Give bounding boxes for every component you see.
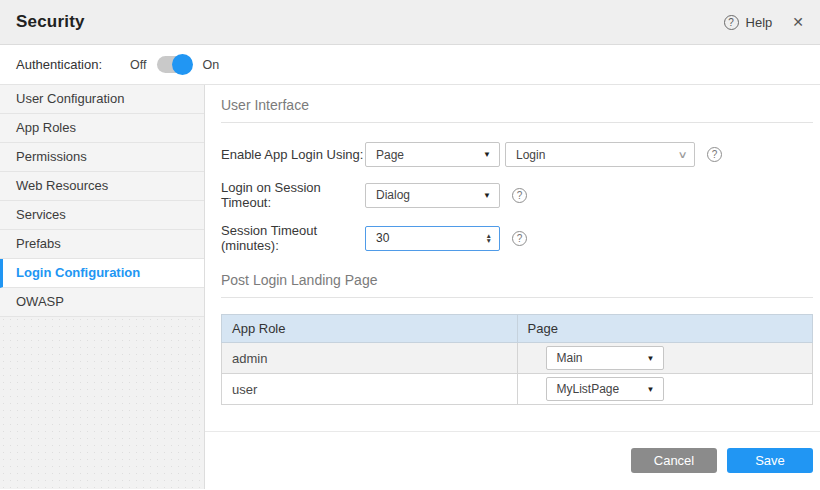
toggle-knob <box>172 54 193 75</box>
sidebar-item-owasp[interactable]: OWASP <box>0 288 204 317</box>
login-configuration-panel: User Interface Enable App Login Using: P… <box>205 85 820 489</box>
section-title-post-login: Post Login Landing Page <box>221 272 813 288</box>
sidebar-item-permissions[interactable]: Permissions <box>0 143 204 172</box>
close-icon[interactable]: ✕ <box>792 14 804 30</box>
help-icon[interactable]: ? <box>512 231 527 246</box>
section-divider <box>221 122 813 123</box>
login-page-value: Login <box>516 148 545 162</box>
login-type-value: Page <box>376 148 404 162</box>
column-header-app-role: App Role <box>222 315 518 343</box>
authentication-toggle[interactable] <box>157 56 191 73</box>
dropdown-arrow-icon: ▼ <box>483 150 491 159</box>
landing-page-value: Main <box>557 351 583 365</box>
timeout-mode-value: Dialog <box>376 188 410 202</box>
sidebar-item-prefabs[interactable]: Prefabs <box>0 230 204 259</box>
stepper-down-icon[interactable]: ▼ <box>486 238 492 244</box>
sidebar-item-user-configuration[interactable]: User Configuration <box>0 85 204 114</box>
login-on-timeout-label: Login on Session Timeout: <box>221 180 365 210</box>
login-on-timeout-row: Login on Session Timeout: Dialog ▼ ? <box>221 180 813 210</box>
page-title: Security <box>16 12 85 32</box>
sidebar-item-services[interactable]: Services <box>0 201 204 230</box>
section-divider <box>221 297 813 298</box>
help-icon[interactable]: ? <box>512 188 527 203</box>
cancel-button[interactable]: Cancel <box>631 448 717 473</box>
titlebar: Security ? Help ✕ <box>0 0 820 45</box>
timeout-mode-select[interactable]: Dialog ▼ <box>365 183 500 208</box>
titlebar-actions: ? Help ✕ <box>724 14 804 30</box>
session-timeout-value: 30 <box>376 231 389 245</box>
table-header-row: App Role Page <box>222 315 813 343</box>
authentication-row: Authentication: Off On <box>0 45 820 85</box>
chevron-down-icon: ∨ <box>677 149 687 160</box>
action-footer: Cancel Save <box>205 431 820 489</box>
help-link[interactable]: Help <box>746 15 773 30</box>
table-row: user MyListPage ▼ <box>222 374 813 405</box>
enable-app-login-row: Enable App Login Using: Page ▼ Login ∨ ? <box>221 142 813 167</box>
sidebar-item-web-resources[interactable]: Web Resources <box>0 172 204 201</box>
dropdown-arrow-icon: ▼ <box>647 354 655 363</box>
app-role-cell: admin <box>222 343 518 374</box>
sidebar-item-login-configuration[interactable]: Login Configuration <box>0 259 204 288</box>
number-stepper-icon[interactable]: ▲ ▼ <box>486 233 492 244</box>
help-icon[interactable]: ? <box>724 15 739 30</box>
session-timeout-input[interactable]: 30 ▲ ▼ <box>365 226 500 251</box>
sidebar-item-app-roles[interactable]: App Roles <box>0 114 204 143</box>
save-button[interactable]: Save <box>727 448 813 473</box>
sidebar: User Configuration App Roles Permissions… <box>0 85 205 489</box>
post-login-landing-table: App Role Page admin Main ▼ user <box>221 314 813 405</box>
login-type-select[interactable]: Page ▼ <box>365 142 500 167</box>
session-timeout-label: Session Timeout (minutes): <box>221 223 365 253</box>
column-header-page: Page <box>517 315 813 343</box>
toggle-off-label: Off <box>130 58 146 72</box>
dropdown-arrow-icon: ▼ <box>647 385 655 394</box>
page-cell: Main ▼ <box>517 343 813 374</box>
page-body: User Configuration App Roles Permissions… <box>0 85 820 489</box>
help-icon[interactable]: ? <box>707 147 722 162</box>
landing-page-select-admin[interactable]: Main ▼ <box>546 346 664 370</box>
app-role-cell: user <box>222 374 518 405</box>
table-row: admin Main ▼ <box>222 343 813 374</box>
landing-page-value: MyListPage <box>557 382 620 396</box>
enable-app-login-label: Enable App Login Using: <box>221 147 365 162</box>
page-cell: MyListPage ▼ <box>517 374 813 405</box>
landing-page-select-user[interactable]: MyListPage ▼ <box>546 377 664 401</box>
authentication-label: Authentication: <box>16 57 102 72</box>
login-page-select[interactable]: Login ∨ <box>505 142 695 167</box>
toggle-on-label: On <box>202 58 219 72</box>
dropdown-arrow-icon: ▼ <box>483 191 491 200</box>
session-timeout-row: Session Timeout (minutes): 30 ▲ ▼ ? <box>221 223 813 253</box>
section-title-user-interface: User Interface <box>221 97 813 113</box>
